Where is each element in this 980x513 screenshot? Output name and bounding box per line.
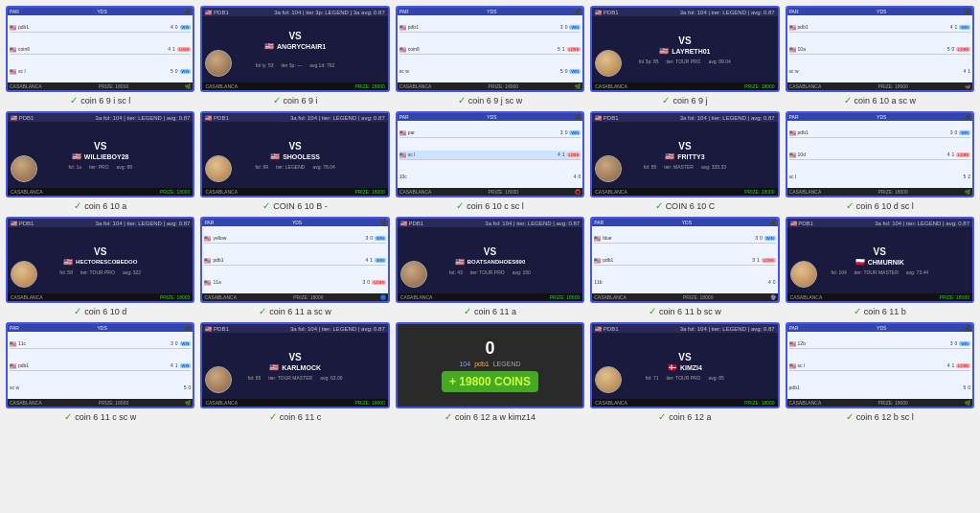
card-8[interactable]: 🇺🇸 PDB1 3a fol: 104 | tier: LEGEND | avg… [590, 111, 779, 211]
card-image-2: PARYDS⬛ 🇺🇸 pdb1 3 0 WIN 🇺🇸 coin6 5 1 [396, 6, 584, 92]
check-icon-6: ✓ [262, 200, 270, 211]
card-image-7: PARYDS⬛ 🇺🇸 par 3 0 WIN 🇺🇸 sc l 4 1 [396, 111, 584, 198]
card-label-14: ✓ coin 6 11 b [854, 306, 906, 316]
check-icon-2: ✓ [458, 95, 466, 105]
check-icon-17: ✓ [444, 411, 452, 422]
card-0[interactable]: PARYDS⬛ 🇺🇸 pdb1 4 0 WIN 🇺🇸 coin6 4 1 [6, 6, 194, 105]
check-icon-0: ✓ [70, 95, 78, 105]
card-image-17: 0 104 pdb1 LEGEND + 19800 COINS [396, 322, 584, 408]
check-icon-10: ✓ [74, 306, 81, 316]
card-label-0: ✓ coin 6 9 i sc l [70, 95, 130, 105]
card-label-9: ✓ coin 6 10 d sc l [846, 200, 914, 211]
card-image-18: 🇺🇸 PDB1 3a fol: 104 | tier: LEGEND | avg… [590, 322, 779, 408]
card-10[interactable]: 🇺🇸 PDB1 3a fol: 104 | tier: LEGEND | avg… [6, 217, 194, 316]
card-image-6: 🇺🇸 PDB1 3a fol: 104 | tier: LEGEND | avg… [200, 111, 389, 198]
card-11[interactable]: PARYDS⬛ 🇺🇸 yellow 3 0 WIN 🇺🇸 pdb1 4 1 [200, 217, 389, 316]
check-icon-7: ✓ [456, 200, 464, 211]
check-icon-14: ✓ [854, 306, 861, 316]
card-image-19: PARYDS⬛ 🇺🇸 12b 3 0 WIN 🇺🇸 sc l 4 1 [786, 322, 974, 408]
card-3[interactable]: 🇺🇸 PDB1 3a fol: 104 | tier: LEGEND | avg… [590, 6, 779, 105]
card-label-12: ✓ coin 6 11 a [464, 306, 516, 316]
card-label-1: ✓ coin 6 9 i [273, 95, 318, 105]
card-image-12: 🇺🇸 PDB1 3a fol: 104 | tier: LEGEND | avg… [396, 217, 584, 303]
check-icon-15: ✓ [64, 411, 72, 422]
card-label-7: ✓ coin 6 10 c sc l [456, 200, 524, 211]
card-label-3: ✓ coin 6 9 j [662, 95, 707, 105]
card-label-8: ✓ COIN 6 10 C [655, 200, 716, 211]
check-icon-11: ✓ [259, 306, 266, 316]
check-icon-3: ✓ [662, 95, 670, 105]
card-label-19: ✓ coin 6 12 b sc l [846, 411, 914, 422]
card-image-14: 🇺🇸 PDB1 3a fol: 104 | tier: LEGEND | avg… [786, 217, 974, 303]
check-icon-4: ✓ [844, 95, 852, 105]
card-16[interactable]: 🇺🇸 PDB1 3a fol: 104 | tier: LEGEND | avg… [200, 322, 389, 422]
card-label-17: ✓ coin 6 12 a w kimz14 [444, 411, 536, 422]
card-7[interactable]: PARYDS⬛ 🇺🇸 par 3 0 WIN 🇺🇸 sc l 4 1 [396, 111, 584, 211]
check-icon-19: ✓ [846, 411, 854, 422]
card-label-5: ✓ coin 6 10 a [74, 200, 126, 211]
card-15[interactable]: PARYDS⬛ 🇺🇸 11c 3 0 WIN 🇺🇸 pdb1 4 1 [6, 322, 194, 422]
card-label-2: ✓ coin 6 9 j sc w [458, 95, 523, 105]
card-image-8: 🇺🇸 PDB1 3a fol: 104 | tier: LEGEND | avg… [590, 111, 779, 198]
check-icon-1: ✓ [273, 95, 281, 105]
check-icon-13: ✓ [649, 306, 656, 316]
card-14[interactable]: 🇺🇸 PDB1 3a fol: 104 | tier: LEGEND | avg… [786, 217, 974, 316]
card-label-15: ✓ coin 6 11 c sc w [64, 411, 136, 422]
card-image-4: PARYDS⬛ 🇺🇸 pdb1 4 1 WIN 🇺🇸 10a 5 0 [786, 6, 974, 92]
check-icon-5: ✓ [74, 200, 81, 211]
main-grid: PARYDS⬛ 🇺🇸 pdb1 4 0 WIN 🇺🇸 coin6 4 1 [0, 0, 980, 428]
card-5[interactable]: 🇺🇸 PDB1 3a fol: 104 | tier: LEGEND | avg… [6, 111, 194, 211]
card-image-1: 🇺🇸 PDB1 3a fol: 104 | tier 3p: LEGEND | … [200, 6, 389, 92]
card-4[interactable]: PARYDS⬛ 🇺🇸 pdb1 4 1 WIN 🇺🇸 10a 5 0 [786, 6, 974, 105]
card-1[interactable]: 🇺🇸 PDB1 3a fol: 104 | tier 3p: LEGEND | … [200, 6, 389, 105]
check-icon-8: ✓ [655, 200, 663, 211]
card-label-10: ✓ coin 6 10 d [74, 306, 126, 316]
card-label-4: ✓ coin 6 10 a sc w [844, 95, 917, 105]
coin-amount: + 19800 COINS [449, 375, 531, 388]
card-label-16: ✓ coin 6 11 c [269, 411, 322, 422]
card-label-11: ✓ coin 6 11 a sc w [259, 306, 331, 316]
check-icon-18: ✓ [658, 411, 666, 422]
check-icon-12: ✓ [464, 306, 471, 316]
card-9[interactable]: PARYDS⬛ 🇺🇸 pdb1 3 0 WIN 🇺🇸 10d 4 1 [786, 111, 974, 211]
card-image-5: 🇺🇸 PDB1 3a fol: 104 | tier: LEGEND | avg… [6, 111, 194, 198]
card-image-10: 🇺🇸 PDB1 3a fol: 104 | tier: LEGEND | avg… [6, 217, 194, 303]
card-image-16: 🇺🇸 PDB1 3a fol: 104 | tier: LEGEND | avg… [200, 322, 389, 408]
check-icon-16: ✓ [269, 411, 277, 422]
card-image-13: PARYDS⬛ 🇺🇸 blue 3 0 WIN 🇺🇸 pdb1 3 1 [590, 217, 779, 303]
card-6[interactable]: 🇺🇸 PDB1 3a fol: 104 | tier: LEGEND | avg… [200, 111, 389, 211]
card-18[interactable]: 🇺🇸 PDB1 3a fol: 104 | tier: LEGEND | avg… [590, 322, 779, 422]
coin-zero: 0 [485, 338, 494, 359]
card-12[interactable]: 🇺🇸 PDB1 3a fol: 104 | tier: LEGEND | avg… [396, 217, 584, 316]
card-image-15: PARYDS⬛ 🇺🇸 11c 3 0 WIN 🇺🇸 pdb1 4 1 [6, 322, 194, 408]
card-image-9: PARYDS⬛ 🇺🇸 pdb1 3 0 WIN 🇺🇸 10d 4 1 [786, 111, 974, 198]
coin-rank: LEGEND [493, 361, 521, 367]
card-image-3: 🇺🇸 PDB1 3a fol: 104 | tier: LEGEND | avg… [590, 6, 779, 92]
card-label-13: ✓ coin 6 11 b sc w [649, 306, 721, 316]
card-19[interactable]: PARYDS⬛ 🇺🇸 12b 3 0 WIN 🇺🇸 sc l 4 1 [786, 322, 974, 422]
card-17[interactable]: 0 104 pdb1 LEGEND + 19800 COINS ✓ coin 6… [396, 322, 584, 422]
card-label-6: ✓ COIN 6 10 B - [262, 200, 328, 211]
card-label-18: ✓ coin 6 12 a [658, 411, 711, 422]
coin-player: pdb1 [474, 361, 490, 367]
card-image-11: PARYDS⬛ 🇺🇸 yellow 3 0 WIN 🇺🇸 pdb1 4 1 [200, 217, 389, 303]
card-image-0: PARYDS⬛ 🇺🇸 pdb1 4 0 WIN 🇺🇸 coin6 4 1 [6, 6, 194, 92]
card-13[interactable]: PARYDS⬛ 🇺🇸 blue 3 0 WIN 🇺🇸 pdb1 3 1 [590, 217, 779, 316]
check-icon-9: ✓ [846, 200, 854, 211]
card-2[interactable]: PARYDS⬛ 🇺🇸 pdb1 3 0 WIN 🇺🇸 coin6 5 1 [396, 6, 584, 105]
